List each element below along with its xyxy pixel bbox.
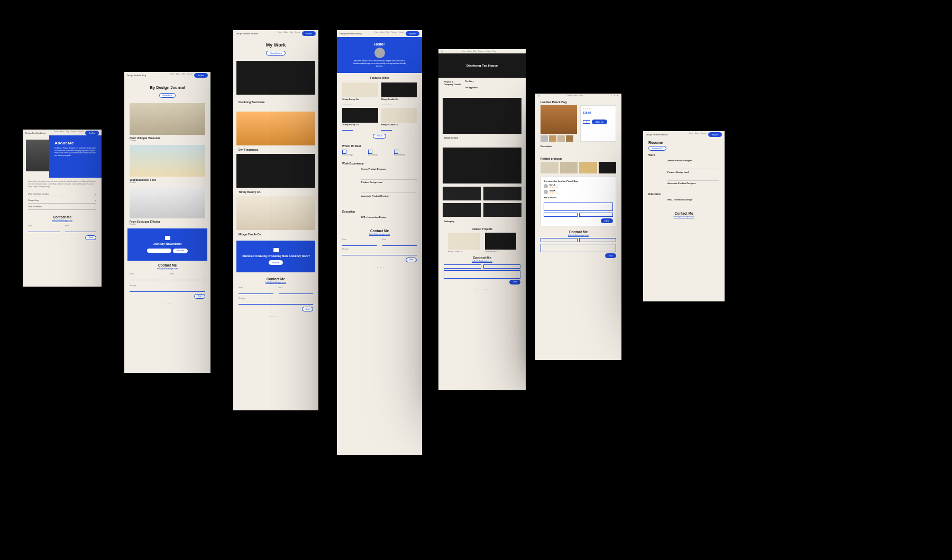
send-button[interactable]: Send (509, 280, 520, 284)
cta-button[interactable]: Email Me (269, 260, 283, 265)
featured-card[interactable]: Mirage Candle Co. (381, 108, 417, 131)
post-image[interactable] (130, 145, 205, 177)
name-input[interactable] (342, 243, 377, 246)
nav-item[interactable]: About (695, 132, 699, 137)
send-button[interactable]: Send (406, 258, 417, 262)
related-thumb[interactable] (560, 162, 578, 173)
featured-card[interactable]: Trinity Beauty Co. (342, 108, 378, 131)
related-thumb[interactable] (579, 162, 597, 173)
social-dots[interactable]: • • • • (270, 316, 281, 318)
nav-item[interactable]: Home (462, 50, 466, 52)
nav-item[interactable]: Shop (492, 50, 496, 52)
accordion-item[interactable]: Storytelling⌄ (28, 197, 96, 204)
contact-email-link[interactable]: hello@dividesign.com (266, 281, 286, 283)
nav-item[interactable]: Resume (187, 73, 193, 78)
email-input[interactable] (65, 229, 97, 232)
nav-buy[interactable]: Buy Now (194, 73, 208, 78)
message-input[interactable] (541, 244, 616, 252)
thumb[interactable] (566, 135, 573, 142)
nav-item[interactable]: Blog (66, 131, 69, 135)
nav-buy[interactable]: Buy Now (85, 131, 99, 135)
email-input[interactable] (579, 238, 616, 242)
nav-item[interactable]: Resume (70, 131, 76, 135)
recent-posts-button[interactable]: Recent Posts (159, 93, 176, 98)
review-name-input[interactable] (544, 213, 578, 217)
nav-item[interactable]: About (176, 73, 180, 78)
social-dots[interactable]: • • • • (477, 289, 488, 291)
nav-item[interactable]: About (468, 50, 472, 52)
submit-review-button[interactable]: Submit (601, 218, 613, 223)
contact-email-link[interactable]: hello@dividesign.com (472, 260, 492, 262)
related-card[interactable]: Trinity Beauty Co. (485, 233, 517, 253)
add-to-cart-button[interactable]: Add to Cart (592, 120, 607, 124)
post-image[interactable] (130, 187, 205, 218)
contact-email-link[interactable]: hello@dividesign.com (369, 233, 390, 235)
email-input[interactable] (483, 264, 521, 269)
rating-input[interactable]: ☆☆☆☆☆ (544, 199, 613, 201)
name-input[interactable] (130, 277, 165, 280)
contact-email-link[interactable]: hello@dividesign.com (52, 219, 72, 222)
social-dots[interactable]: • • • • (374, 267, 385, 269)
featured-card[interactable]: Mirage Candle Co. (381, 82, 417, 105)
name-input[interactable] (541, 238, 578, 242)
download-button[interactable]: Download PDF (648, 146, 666, 151)
message-input[interactable] (342, 252, 417, 255)
related-card[interactable]: Mirage Candle Co. (448, 233, 480, 253)
nav-item[interactable]: About (284, 31, 288, 36)
social-dots[interactable]: • • • (515, 50, 523, 52)
nav-item[interactable]: Blog (182, 73, 185, 78)
send-button[interactable]: Send (194, 294, 205, 299)
contact-email-link[interactable]: hello@dividesign.com (568, 234, 589, 236)
social-dots[interactable]: • • • • (573, 262, 584, 264)
nav-buy[interactable]: Buy Now (302, 31, 316, 36)
related-thumb[interactable] (541, 162, 559, 173)
post-image[interactable] (130, 103, 205, 135)
send-button[interactable]: Send (85, 235, 96, 240)
project-title[interactable]: Trinity Beauty Co. (239, 190, 290, 194)
nav-item[interactable]: Blog (473, 50, 477, 52)
qty-input[interactable]: 1 (583, 120, 590, 124)
project-thumb[interactable] (483, 203, 521, 217)
selected-projects-button[interactable]: Selected Projects (266, 51, 286, 56)
newsletter-email-input[interactable] (147, 249, 171, 253)
name-input[interactable] (28, 229, 60, 232)
nav-buy[interactable]: Buy Now (406, 31, 419, 36)
view-all-button[interactable]: View All (373, 134, 386, 139)
nav-buy[interactable]: Buy Now (708, 132, 722, 137)
nav-item[interactable]: Resume (295, 31, 300, 36)
contact-email-link[interactable]: hello@dividesign.com (157, 267, 178, 270)
social-dots[interactable]: • • • (611, 95, 619, 97)
thumb[interactable] (549, 135, 556, 142)
message-input[interactable] (239, 301, 313, 305)
project-title[interactable]: Divi Fragrances (239, 148, 290, 151)
nav-item[interactable]: About (60, 131, 65, 135)
nav-item[interactable]: Home (567, 95, 572, 97)
social-dots[interactable]: • • • • (57, 244, 68, 246)
name-input[interactable] (444, 264, 481, 269)
nav-item[interactable]: Contact (78, 131, 84, 135)
nav-item[interactable]: Contact (486, 50, 491, 52)
nav-item[interactable]: About (381, 31, 385, 36)
email-input[interactable] (170, 277, 206, 280)
email-input[interactable] (382, 243, 417, 246)
review-text-input[interactable] (544, 203, 613, 211)
send-button[interactable]: Send (605, 253, 616, 258)
nav-item[interactable]: Contact (399, 31, 404, 36)
social-dots[interactable]: • • • • (162, 303, 173, 305)
thumb[interactable] (541, 135, 548, 142)
project-image[interactable] (236, 154, 315, 188)
nav-item[interactable]: Home (170, 73, 175, 78)
nav-item[interactable]: Resume (478, 50, 484, 52)
email-input[interactable] (279, 291, 314, 294)
project-image[interactable] (236, 112, 315, 145)
accordion-item[interactable]: User Interface Design⌄ (28, 191, 96, 197)
nav-item[interactable]: Blog (386, 31, 389, 36)
nav-item[interactable]: Blog (290, 31, 293, 36)
message-input[interactable] (444, 270, 520, 279)
project-thumb[interactable] (443, 187, 481, 200)
related-thumb[interactable] (599, 162, 617, 173)
nav-item[interactable]: Home (278, 31, 282, 36)
review-email-input[interactable] (579, 213, 613, 217)
project-thumb[interactable] (443, 203, 481, 217)
message-input[interactable] (130, 289, 205, 292)
